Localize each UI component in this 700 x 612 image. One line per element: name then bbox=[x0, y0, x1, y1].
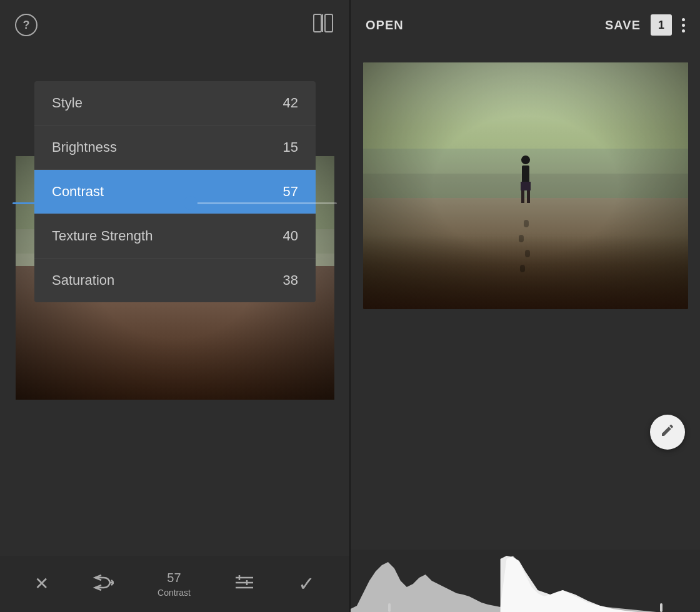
saturation-label: Saturation bbox=[52, 272, 114, 289]
open-button[interactable]: OPEN bbox=[366, 18, 404, 32]
boy-shorts bbox=[521, 182, 531, 190]
footprints bbox=[519, 220, 530, 272]
histogram-left-handle[interactable] bbox=[388, 603, 391, 612]
contrast-current-value: 57 bbox=[167, 571, 181, 585]
setting-saturation[interactable]: Saturation 38 bbox=[34, 259, 316, 302]
boy-legs bbox=[521, 190, 530, 203]
setting-brightness[interactable]: Brightness 15 bbox=[34, 126, 316, 170]
histogram-handles bbox=[351, 603, 700, 612]
boy-leg-left bbox=[521, 190, 524, 203]
style-value: 42 bbox=[283, 95, 298, 111]
boy-torso bbox=[522, 165, 529, 183]
photo-container bbox=[351, 50, 700, 612]
setting-style[interactable]: Style 42 bbox=[34, 81, 316, 126]
dot1 bbox=[682, 18, 685, 21]
edit-icon bbox=[660, 423, 675, 442]
footprint-1 bbox=[524, 220, 529, 227]
photo-boy bbox=[521, 155, 531, 203]
left-toolbar: ✕ 57 Contrast bbox=[0, 556, 349, 612]
help-icon[interactable]: ? bbox=[15, 14, 38, 36]
slider-fill bbox=[12, 202, 191, 204]
contrast-slider[interactable] bbox=[0, 184, 349, 222]
left-header: ? bbox=[0, 0, 349, 50]
header-right-group: SAVE 1 bbox=[605, 14, 685, 36]
dot3 bbox=[682, 29, 685, 32]
contrast-info: 57 Contrast bbox=[158, 571, 191, 598]
shuffle-button[interactable] bbox=[92, 574, 114, 595]
left-panel: ? Style 42 bbox=[0, 0, 349, 612]
dot2 bbox=[682, 24, 685, 27]
footprint-3 bbox=[525, 250, 530, 257]
brightness-label: Brightness bbox=[52, 139, 117, 155]
footprint-4 bbox=[520, 265, 525, 272]
compare-icon[interactable] bbox=[312, 12, 334, 39]
check-icon: ✓ bbox=[298, 572, 315, 596]
main-photo bbox=[363, 62, 688, 309]
cancel-button[interactable]: ✕ bbox=[34, 575, 49, 593]
slider-track bbox=[12, 202, 337, 204]
shuffle-icon bbox=[92, 574, 114, 595]
footprint-2 bbox=[519, 235, 524, 242]
boy-head bbox=[521, 155, 530, 164]
svg-rect-0 bbox=[314, 14, 321, 32]
cancel-icon: ✕ bbox=[34, 575, 49, 593]
right-panel: OPEN SAVE 1 bbox=[351, 0, 700, 612]
style-label: Style bbox=[52, 95, 82, 111]
histogram-area bbox=[351, 550, 700, 612]
lines-button[interactable] bbox=[234, 574, 254, 595]
texture-value: 40 bbox=[283, 228, 298, 244]
edit-button[interactable] bbox=[650, 415, 685, 450]
slider-thumb[interactable] bbox=[184, 196, 198, 210]
boy-leg-right bbox=[527, 190, 530, 203]
contrast-param-label: Contrast bbox=[158, 588, 191, 598]
svg-rect-1 bbox=[325, 14, 332, 32]
lines-icon bbox=[234, 574, 254, 595]
confirm-button[interactable]: ✓ bbox=[298, 572, 315, 596]
texture-label: Texture Strength bbox=[52, 228, 152, 244]
histogram-chart bbox=[351, 550, 700, 612]
right-header: OPEN SAVE 1 bbox=[351, 0, 700, 50]
saturation-value: 38 bbox=[283, 272, 298, 289]
brightness-value: 15 bbox=[283, 139, 298, 155]
more-menu-button[interactable] bbox=[682, 18, 685, 32]
histogram-right-handle[interactable] bbox=[660, 603, 662, 612]
badge: 1 bbox=[651, 14, 672, 36]
save-button[interactable]: SAVE bbox=[605, 18, 641, 32]
